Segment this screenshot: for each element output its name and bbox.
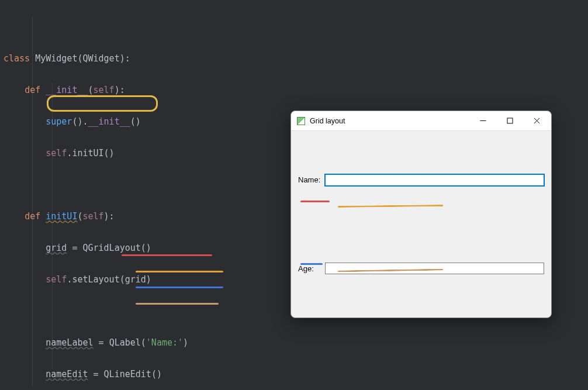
age-input[interactable] [325, 263, 544, 274]
window-title: Grid layout [310, 117, 345, 125]
window-body: Name: Age: [291, 131, 551, 317]
maximize-button[interactable] [496, 112, 523, 130]
svg-rect-1 [507, 118, 513, 123]
name-label: Name: [298, 175, 320, 184]
qt-icon [297, 117, 305, 125]
titlebar[interactable]: Grid layout [291, 111, 551, 131]
app-window: Grid layout Name: Age: [290, 111, 552, 318]
minimize-button[interactable] [469, 112, 496, 130]
age-label: Age: [298, 264, 320, 273]
close-button[interactable] [523, 112, 550, 130]
name-input[interactable] [325, 174, 544, 186]
indent-guide [32, 16, 33, 386]
